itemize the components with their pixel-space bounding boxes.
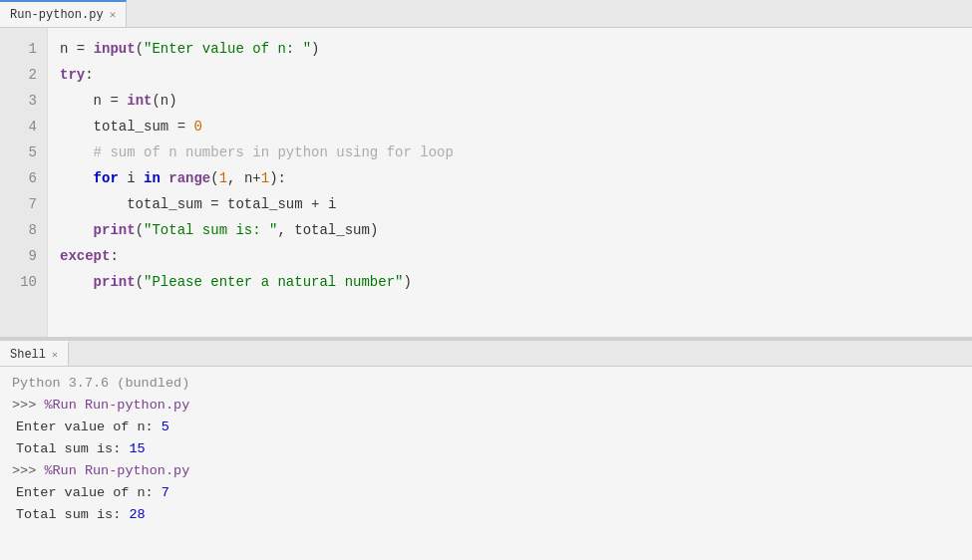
code-line: # sum of n numbers in python using for l… [60,140,960,165]
code-content[interactable]: n = input("Enter value of n: ")try: n = … [48,28,972,337]
code-line: print("Total sum is: ", total_sum) [60,217,960,243]
editor-tab-label: Run-python.py [10,8,104,22]
shell-tab-bar: Shell ✕ [0,341,972,367]
shell-output-line: Total sum is: 28 [16,504,960,526]
code-line: for i in range(1, n+1): [60,165,960,191]
line-numbers: 12345678910 [0,28,48,337]
shell-prompt: >>> %Run Run-python.py [12,395,960,417]
code-line: n = input("Enter value of n: ") [60,36,960,62]
shell-area: Shell ✕ Python 3.7.6 (bundled)>>> %Run R… [0,341,972,560]
shell-output-line: Enter value of n: 5 [16,417,960,438]
code-line: print("Please enter a natural number") [60,269,960,295]
shell-output-line: Enter value of n: 7 [16,482,960,504]
editor-tab-close-icon[interactable]: ✕ [110,8,117,21]
code-line: try: [60,62,960,88]
editor-tab[interactable]: Run-python.py ✕ [0,0,127,27]
shell-meta-line: Python 3.7.6 (bundled) [12,373,960,395]
code-line: except: [60,243,960,269]
shell-tab-label: Shell [10,348,46,362]
editor-tab-bar: Run-python.py ✕ [0,0,972,28]
shell-tab-close-icon[interactable]: ✕ [52,349,58,361]
shell-prompt: >>> %Run Run-python.py [12,460,960,482]
shell-content[interactable]: Python 3.7.6 (bundled)>>> %Run Run-pytho… [0,367,972,560]
code-line: total_sum = total_sum + i [60,191,960,217]
editor-area: 12345678910 n = input("Enter value of n:… [0,28,972,337]
code-line: n = int(n) [60,88,960,114]
code-line: total_sum = 0 [60,114,960,140]
shell-output-line: Total sum is: 15 [16,438,960,460]
shell-tab[interactable]: Shell ✕ [0,341,69,366]
